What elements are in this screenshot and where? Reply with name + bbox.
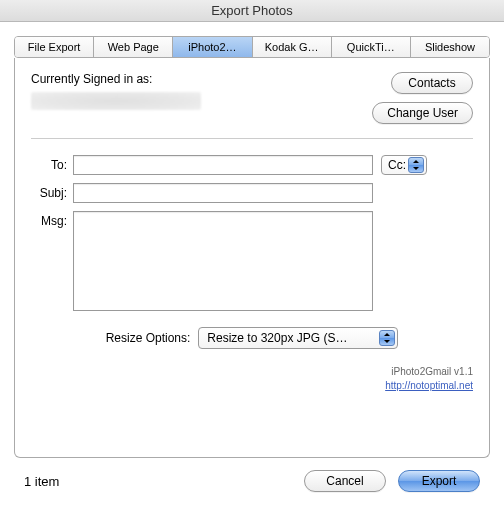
msg-row: Msg: [31,211,473,311]
signin-username [31,92,201,110]
tab-file-export[interactable]: File Export [15,37,94,57]
tab-panel: Currently Signed in as: Contacts Change … [14,58,490,458]
contacts-button[interactable]: Contacts [391,72,473,94]
action-buttons: Cancel Export [304,470,480,492]
cc-button[interactable]: Cc: [381,155,427,175]
signin-row: Currently Signed in as: Contacts Change … [31,72,473,124]
window-body: File Export Web Page iPhoto2… Kodak G… Q… [0,22,504,458]
msg-input[interactable] [73,211,373,311]
cancel-button[interactable]: Cancel [304,470,386,492]
tab-quicktime[interactable]: QuickTi… [332,37,411,57]
plugin-link[interactable]: http://notoptimal.net [385,380,473,391]
resize-row: Resize Options: Resize to 320px JPG (S… [31,327,473,349]
export-button[interactable]: Export [398,470,480,492]
tab-kodak[interactable]: Kodak G… [253,37,332,57]
updown-icon [379,330,395,346]
bottom-bar: 1 item Cancel Export [0,458,504,504]
msg-label: Msg: [31,211,73,228]
window-title: Export Photos [211,3,293,18]
signin-label: Currently Signed in as: [31,72,372,86]
to-label: To: [31,155,73,172]
subj-input[interactable] [73,183,373,203]
plugin-version: iPhoto2Gmail v1.1 [31,365,473,379]
updown-icon [408,157,424,173]
subj-label: Subj: [31,183,73,200]
tab-iphoto2[interactable]: iPhoto2… [173,37,252,57]
item-count: 1 item [24,474,59,489]
resize-selected: Resize to 320px JPG (S… [207,331,347,345]
account-buttons: Contacts Change User [372,72,473,124]
tab-slideshow[interactable]: Slideshow [411,37,489,57]
change-user-button[interactable]: Change User [372,102,473,124]
plugin-footer: iPhoto2Gmail v1.1 http://notoptimal.net [31,365,473,393]
divider [31,138,473,139]
resize-popup[interactable]: Resize to 320px JPG (S… [198,327,398,349]
to-row: To: Cc: [31,155,473,175]
resize-label: Resize Options: [106,331,191,345]
window-titlebar: Export Photos [0,0,504,22]
cc-label: Cc: [388,158,406,172]
tab-web-page[interactable]: Web Page [94,37,173,57]
signin-info: Currently Signed in as: [31,72,372,110]
export-tabstrip: File Export Web Page iPhoto2… Kodak G… Q… [14,36,490,58]
to-input[interactable] [73,155,373,175]
subj-row: Subj: [31,183,473,203]
